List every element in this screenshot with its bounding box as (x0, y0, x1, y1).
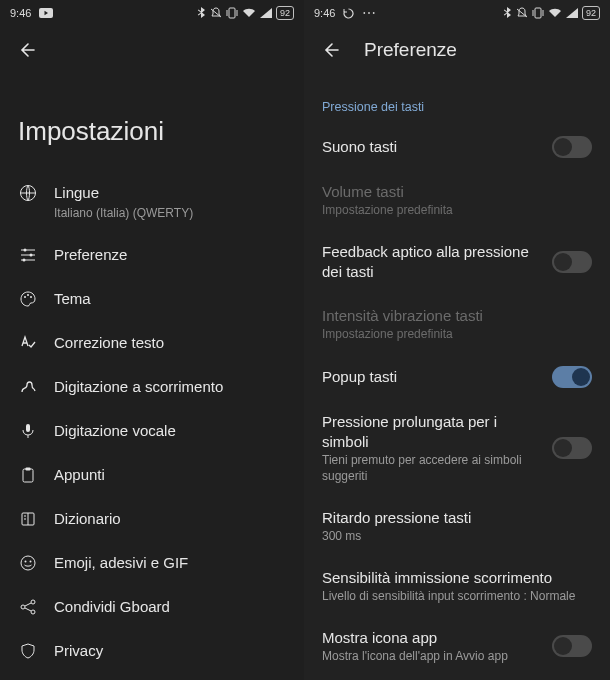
globe-icon (18, 183, 38, 203)
svg-point-15 (30, 561, 32, 563)
dnd-icon (516, 7, 528, 19)
list-item-emoji[interactable]: Emoji, adesivi e GIF (0, 541, 304, 585)
pref-volume-tasti: Volume tasti Impostazione predefinita (304, 170, 610, 230)
settings-list: Lingue Italiano (Italia) (QWERTY) Prefer… (0, 171, 304, 673)
switch-popup-tasti[interactable] (552, 366, 592, 388)
vibrate-icon (532, 7, 544, 19)
pref-ritardo-pressione[interactable]: Ritardo pressione tasti 300 ms (304, 496, 610, 556)
dnd-icon (210, 7, 222, 19)
pref-sensibilita-scorrimento[interactable]: Sensibilità immissione scorrimento Livel… (304, 556, 610, 616)
pref-sub: 300 ms (322, 528, 592, 544)
pref-sub: Tieni premuto per accedere ai simboli su… (322, 452, 538, 484)
pref-label: Ritardo pressione tasti (322, 508, 592, 528)
page-title: Preferenze (364, 39, 457, 61)
list-item-vocale[interactable]: Digitazione vocale (0, 409, 304, 453)
emoji-icon (18, 553, 38, 573)
item-label: Emoji, adesivi e GIF (54, 553, 188, 573)
spellcheck-icon (18, 333, 38, 353)
svg-point-14 (25, 561, 27, 563)
book-icon (18, 509, 38, 529)
signal-icon (260, 8, 272, 18)
item-label: Appunti (54, 465, 105, 485)
svg-point-7 (27, 294, 29, 296)
bluetooth-icon (197, 7, 206, 19)
share-icon (18, 597, 38, 617)
pref-feedback-aptico[interactable]: Feedback aptico alla pressione dei tasti (304, 230, 610, 294)
pref-mostra-icona[interactable]: Mostra icona app Mostra l'icona dell'app… (304, 616, 610, 676)
item-label: Dizionario (54, 509, 121, 529)
clipboard-icon (18, 465, 38, 485)
shield-icon (18, 641, 38, 661)
pref-label: Volume tasti (322, 182, 592, 202)
back-button[interactable] (14, 38, 38, 62)
svg-point-5 (23, 259, 26, 262)
switch-feedback-aptico[interactable] (552, 251, 592, 273)
arrow-back-icon (320, 40, 340, 60)
item-label: Lingue (54, 183, 193, 203)
pref-label: Suono tasti (322, 137, 538, 157)
item-label: Preferenze (54, 245, 127, 265)
pref-pressione-prolungata[interactable]: Pressione prolungata per i simboli Tieni… (304, 400, 610, 496)
section-title: Pressione dei tasti (304, 74, 610, 124)
more-notifications-icon: ⋯ (362, 5, 377, 21)
list-item-tema[interactable]: Tema (0, 277, 304, 321)
item-label: Privacy (54, 641, 103, 661)
svg-point-8 (30, 296, 32, 298)
svg-point-4 (30, 254, 33, 257)
header (0, 26, 304, 74)
item-label: Digitazione vocale (54, 421, 176, 441)
sync-icon (343, 8, 354, 19)
switch-pressione-prolungata[interactable] (552, 437, 592, 459)
battery-indicator: 92 (276, 6, 294, 20)
list-item-preferenze[interactable]: Preferenze (0, 233, 304, 277)
pref-sub: Impostazione predefinita (322, 326, 592, 342)
pref-intensita-vibrazione: Intensità vibrazione tasti Impostazione … (304, 294, 610, 354)
status-time: 9:46 (10, 7, 31, 19)
pref-suono-tasti[interactable]: Suono tasti (304, 124, 610, 170)
page-title: Impostazioni (0, 74, 304, 171)
item-label: Condividi Gboard (54, 597, 170, 617)
pref-label: Intensità vibrazione tasti (322, 306, 592, 326)
back-button[interactable] (318, 38, 342, 62)
svg-point-3 (24, 249, 27, 252)
list-item-condividi[interactable]: Condividi Gboard (0, 585, 304, 629)
list-item-correzione[interactable]: Correzione testo (0, 321, 304, 365)
mic-icon (18, 421, 38, 441)
svg-rect-19 (535, 8, 541, 18)
pref-sub: Mostra l'icona dell'app in Avvio app (322, 648, 538, 664)
list-item-dizionario[interactable]: Dizionario (0, 497, 304, 541)
svg-point-16 (31, 600, 35, 604)
svg-rect-1 (229, 8, 235, 18)
list-item-lingue[interactable]: Lingue Italiano (Italia) (QWERTY) (0, 171, 304, 233)
pref-label: Feedback aptico alla pressione dei tasti (322, 242, 538, 282)
pref-label: Mostra icona app (322, 628, 538, 648)
list-item-scorrimento[interactable]: Digitazione a scorrimento (0, 365, 304, 409)
list-item-privacy[interactable]: Privacy (0, 629, 304, 673)
screen-settings: 9:46 92 Impostazioni (0, 0, 304, 680)
svg-rect-10 (23, 469, 33, 482)
signal-icon (566, 8, 578, 18)
pref-label: Pressione prolungata per i simboli (322, 412, 538, 452)
arrow-back-icon (16, 40, 36, 60)
svg-point-17 (21, 605, 25, 609)
pref-label: Sensibilità immissione scorrimento (322, 568, 592, 588)
switch-mostra-icona[interactable] (552, 635, 592, 657)
pref-sub: Impostazione predefinita (322, 202, 592, 218)
status-bar: 9:46 ⋯ 92 (304, 0, 610, 26)
screen-preferenze: 9:46 ⋯ 92 Preferenze Pressione dei tasti… (304, 0, 610, 680)
item-sub: Italiano (Italia) (QWERTY) (54, 205, 193, 221)
bluetooth-icon (503, 7, 512, 19)
list-item-appunti[interactable]: Appunti (0, 453, 304, 497)
switch-suono-tasti[interactable] (552, 136, 592, 158)
pref-sub: Livello di sensibilità input scorrimento… (322, 588, 592, 604)
pref-popup-tasti[interactable]: Popup tasti (304, 354, 610, 400)
svg-point-13 (21, 556, 35, 570)
svg-rect-9 (26, 424, 30, 432)
item-label: Correzione testo (54, 333, 164, 353)
sliders-icon (18, 245, 38, 265)
wifi-icon (242, 8, 256, 18)
battery-indicator: 92 (582, 6, 600, 20)
vibrate-icon (226, 7, 238, 19)
header: Preferenze (304, 26, 610, 74)
item-label: Digitazione a scorrimento (54, 377, 223, 397)
